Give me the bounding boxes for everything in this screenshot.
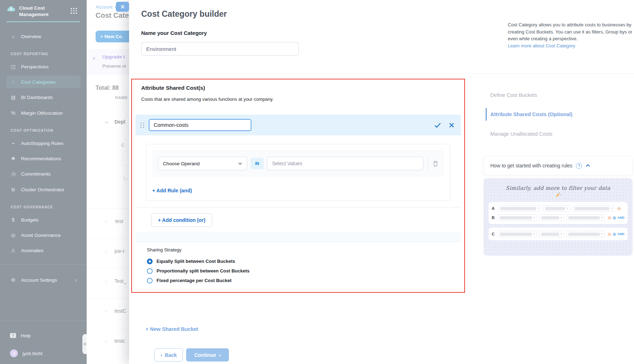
continue-button[interactable]: Continue › xyxy=(186,348,229,362)
remove-rule-icon: ⊖ xyxy=(608,232,612,236)
howto-rule-row: B ▾ ▾ ▾ ⊖ ⊕ AND xyxy=(492,213,624,222)
cost-category-name-input[interactable]: Environment xyxy=(141,42,299,56)
operand-select[interactable]: Choose Operand xyxy=(158,157,247,170)
and-label: AND xyxy=(618,232,625,236)
chevron-up-icon[interactable] xyxy=(586,164,590,167)
drag-handle-icon[interactable] xyxy=(140,123,144,128)
placeholder-select: ▾ xyxy=(539,231,564,237)
app-root: $ Cloud Cost Management ⌂ Overview COST … xyxy=(0,0,634,364)
about-panel: Cost Category allows you to attribute co… xyxy=(508,21,634,49)
radio-icon[interactable] xyxy=(147,278,153,284)
active-step-indicator xyxy=(486,108,487,121)
shared-costs-heading: Attribute Shared Cost(s) xyxy=(141,85,205,91)
sharing-strategy-label: Sharing Strategy xyxy=(147,247,449,253)
help-circle-icon[interactable]: ? xyxy=(576,163,582,169)
values-select[interactable]: Select Values xyxy=(267,157,423,170)
operator-badge[interactable]: IN xyxy=(251,158,264,169)
howto-title: How to get started with creating rules xyxy=(490,163,572,168)
placeholder-select: ▾ xyxy=(498,205,541,212)
placeholder-select: ▾ xyxy=(566,231,605,237)
placeholder-select: ▾ xyxy=(543,205,570,212)
placeholder-select: ▾ xyxy=(572,205,614,212)
cancel-x-icon[interactable] xyxy=(449,123,454,128)
strategy-option-fixed[interactable]: Fixed percentage per Cost Bucket xyxy=(147,276,449,285)
party-popper-icon xyxy=(489,192,628,198)
howto-rule-row: A ▾ ▾ ▾ ⊖ xyxy=(492,204,624,213)
shared-bucket-card: Common-costs Choose Operand IN xyxy=(136,115,461,291)
close-icon xyxy=(121,5,125,9)
new-shared-bucket-link[interactable]: + New Shared Bucket xyxy=(145,326,198,332)
trash-icon xyxy=(433,161,438,167)
conditions-section: Choose Operand IN Select Values xyxy=(136,135,461,207)
cost-category-builder-modal: Cost Category builder Name your Cost Cat… xyxy=(129,0,634,364)
dimmed-backdrop: $ Cloud Cost Management ⌂ Overview COST … xyxy=(0,0,129,364)
placeholder-select: ▾ xyxy=(498,231,537,237)
back-button[interactable]: ‹ Back xyxy=(154,348,183,362)
chevron-down-icon xyxy=(238,162,242,165)
learn-more-link[interactable]: Learn more about Cost Category xyxy=(508,43,575,48)
add-rule-icon: ⊕ xyxy=(613,215,617,220)
sharing-strategy-section: Sharing Strategy Equally Split between C… xyxy=(136,242,461,290)
shared-costs-description: Costs that are shared among various func… xyxy=(141,97,273,102)
howto-rule-row: C ▾ ▾ ▾ ⊖ ⊕ AND xyxy=(492,229,624,239)
section-divider xyxy=(129,73,634,74)
howto-rule-group-ab: A ▾ ▾ ▾ ⊖ B ▾ ▾ ▾ ⊖ ⊕ AND xyxy=(489,202,628,224)
placeholder-select: ▾ xyxy=(566,214,605,221)
modal-close-button[interactable] xyxy=(116,2,129,12)
rule-card: Choose Operand IN Select Values xyxy=(146,144,450,201)
strategy-option-equal[interactable]: Equally Split between Cost Buckets xyxy=(147,256,449,266)
add-rule-link[interactable]: + Add Rule (and) xyxy=(147,183,450,201)
add-rule-icon: ⊕ xyxy=(613,232,617,236)
and-label: AND xyxy=(618,216,625,219)
placeholder-select: ▾ xyxy=(498,214,537,221)
remove-rule-icon: ⊖ xyxy=(617,206,621,211)
about-text: Cost Category allows you to attribute co… xyxy=(508,21,634,42)
howto-illustration-panel: Similarly, add more to filter your data … xyxy=(484,178,633,256)
howto-header[interactable]: How to get started with creating rules ? xyxy=(484,156,633,175)
radio-icon[interactable] xyxy=(147,268,153,274)
modal-title: Cost Category builder xyxy=(141,9,227,19)
shared-bucket-header: Common-costs xyxy=(136,115,461,135)
placeholder-select: ▾ xyxy=(539,214,564,221)
step-define-cost-buckets[interactable]: Define Cost Buckets xyxy=(490,92,537,98)
modal-dim-overlay xyxy=(0,0,129,364)
bucket-name-input[interactable]: Common-costs xyxy=(149,119,251,131)
remove-rule-icon: ⊖ xyxy=(608,215,612,220)
confirm-check-icon[interactable] xyxy=(434,123,441,128)
add-condition-section: + Add condition (or) xyxy=(136,208,461,232)
rule-row: Choose Operand IN Select Values xyxy=(152,150,444,177)
howto-rule-group-c: C ▾ ▾ ▾ ⊖ ⊕ AND xyxy=(489,228,628,240)
radio-selected-icon[interactable] xyxy=(147,259,153,264)
name-label: Name your Cost Category xyxy=(141,30,207,36)
howto-hint-text: Similarly, add more to filter your data xyxy=(489,185,628,191)
delete-rule-button[interactable] xyxy=(428,156,438,171)
step-manage-unallocated-costs[interactable]: Manage Unallocated Costs xyxy=(490,131,552,137)
step-attribute-shared-costs[interactable]: Attribute Shared Costs (Optional) xyxy=(490,111,572,117)
chevron-left-icon: ‹ xyxy=(160,352,162,358)
add-condition-button[interactable]: + Add condition (or) xyxy=(151,213,212,227)
strategy-option-proportional[interactable]: Proportionally split between Cost Bucket… xyxy=(147,266,449,276)
chevron-right-icon: › xyxy=(219,352,221,358)
